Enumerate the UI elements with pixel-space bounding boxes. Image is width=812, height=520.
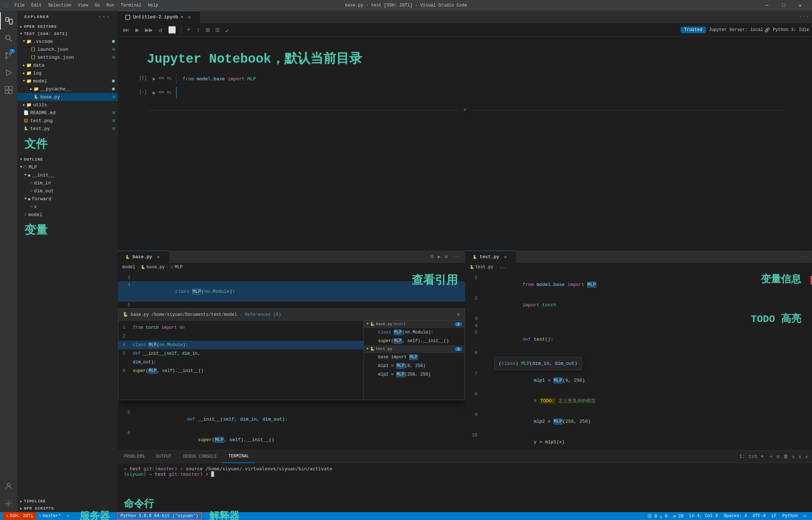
status-language[interactable]: Python bbox=[780, 512, 801, 520]
close-button[interactable]: ✕ bbox=[792, 0, 808, 11]
nb-clear[interactable]: ↙ bbox=[223, 25, 231, 35]
status-ssh[interactable]: ⚡ SSH: 28Ti bbox=[3, 512, 36, 520]
left-split-icon[interactable]: ⊟ bbox=[429, 252, 435, 261]
nb-trusted-btn[interactable]: Trusted bbox=[681, 27, 706, 33]
outline-header[interactable]: ▼ OUTLINE bbox=[17, 156, 118, 163]
cell-1-run[interactable]: ▶ bbox=[153, 76, 155, 82]
tree-item-data[interactable]: ▶ 📁 data bbox=[17, 61, 118, 69]
right-lc-8[interactable]: # TODO: 定义更复杂的模型 bbox=[483, 391, 812, 411]
maximize-button[interactable]: □ bbox=[775, 0, 792, 11]
terminal-up-btn[interactable]: ∧ bbox=[791, 453, 796, 461]
notebook-tab-more[interactable]: ··· bbox=[796, 14, 812, 20]
left-layout-icon[interactable]: ⊞ bbox=[443, 252, 449, 261]
explorer-activity-icon[interactable] bbox=[0, 12, 17, 30]
nb-split-cell[interactable]: ⊞ bbox=[204, 25, 212, 35]
status-spaces[interactable]: Spaces: 4 bbox=[721, 512, 750, 520]
terminal-down-btn[interactable]: ∨ bbox=[797, 453, 802, 461]
debug-activity-icon[interactable] bbox=[0, 64, 17, 81]
tree-item-basepy[interactable]: 🐍 base.py U bbox=[17, 93, 118, 101]
status-branch[interactable]: ⑂ master* bbox=[36, 512, 64, 520]
cell-2-menu[interactable]: ≡≡ bbox=[158, 90, 164, 95]
bc-mlp[interactable]: MLP bbox=[175, 265, 183, 270]
nb-run-all-above[interactable]: ⏭ bbox=[121, 25, 132, 35]
notebook-tab-close[interactable]: ✕ bbox=[186, 14, 193, 21]
nb-move-cell[interactable]: ↕ bbox=[194, 25, 202, 35]
tree-item-model[interactable]: ▼ 📁 model bbox=[17, 77, 118, 85]
nb-run-cell[interactable]: ▶ bbox=[133, 25, 141, 35]
remote-activity-icon[interactable] bbox=[0, 478, 17, 495]
left-tab-close[interactable]: ✕ bbox=[155, 254, 162, 260]
cell-2-run[interactable]: ▶ bbox=[153, 90, 155, 96]
nb-add-cell[interactable]: + bbox=[184, 25, 193, 35]
menu-go[interactable]: Go bbox=[92, 2, 103, 9]
panel-tab-terminal[interactable]: TERMINAL bbox=[222, 450, 255, 463]
line-content-5c[interactable]: def __init__(self, dim_in, dim_out): bbox=[136, 409, 465, 430]
menu-view[interactable]: View bbox=[75, 2, 91, 9]
tree-item-launch[interactable]: {} launch.json U bbox=[17, 45, 118, 53]
status-sync[interactable]: ⚡ bbox=[64, 512, 72, 520]
right-bc-more[interactable]: ... bbox=[499, 265, 507, 270]
left-basepy-tab[interactable]: 🐍 base.py ✕ bbox=[118, 251, 169, 263]
bc-basepy[interactable]: base.py bbox=[146, 265, 164, 270]
test-ssh-header[interactable]: ▼ TEST [SSH: 28TI] bbox=[17, 30, 118, 37]
terminal-trash-btn[interactable]: 🗑 bbox=[782, 453, 789, 461]
menu-file[interactable]: File bbox=[12, 2, 28, 9]
right-lc-10[interactable]: y = mlp1(x) bbox=[483, 432, 812, 450]
ref-close-btn[interactable]: ✕ bbox=[457, 311, 460, 318]
ref-basepy-line-2[interactable]: super(MLP, self).__init__() bbox=[364, 337, 465, 345]
nb-merge-cell[interactable]: ⊡ bbox=[213, 25, 222, 35]
status-feedback[interactable]: ☺ bbox=[801, 512, 809, 520]
status-encoding[interactable]: UTF-8 bbox=[750, 512, 768, 520]
tree-item-log[interactable]: ▶ 📁 log bbox=[17, 69, 118, 77]
panel-tab-output[interactable]: OUTPUT bbox=[150, 450, 177, 463]
outline-forward[interactable]: ▼ ◉ forward bbox=[17, 195, 118, 203]
bc-model[interactable]: model bbox=[122, 265, 135, 270]
tree-item-settings[interactable]: {} settings.json U bbox=[17, 53, 118, 61]
outline-mlp[interactable]: ▼ ⬡ MLP bbox=[17, 163, 118, 171]
open-editors-header[interactable]: ▶ OPEN EDITORS bbox=[17, 23, 118, 30]
right-tab-close[interactable]: ✕ bbox=[502, 254, 509, 260]
nb-restart[interactable]: ↺ bbox=[157, 25, 165, 35]
nb-run-all-below[interactable]: ▶▶ bbox=[143, 25, 155, 35]
cell-1-content[interactable]: from model.base import MLP bbox=[176, 73, 798, 84]
panel-tab-debug[interactable]: DEBUG CONSOLE bbox=[177, 450, 223, 463]
status-interpreter[interactable]: Python 3.6.8 64-bit ('siyuan') bbox=[117, 512, 202, 520]
terminal-add-btn[interactable]: + bbox=[769, 453, 774, 461]
cell-2-content[interactable] bbox=[176, 87, 798, 98]
menu-edit[interactable]: Edit bbox=[28, 2, 45, 9]
tree-item-pycache[interactable]: ▶ 📁 __pycache__ bbox=[17, 85, 118, 93]
ref-testpy-line-2[interactable]: mlp1 = MLP(8, 256) bbox=[364, 362, 465, 370]
outline-dim-out[interactable]: ○ dim_out bbox=[17, 187, 118, 195]
outline-dim-in[interactable]: ○ dim_in bbox=[17, 179, 118, 187]
nb-interrupt[interactable]: ⬜ bbox=[166, 25, 178, 35]
right-more-icon[interactable]: ··· bbox=[798, 253, 809, 261]
right-lc-5[interactable]: def test(): bbox=[483, 329, 812, 350]
status-position[interactable]: Ln 4, Col 9 bbox=[686, 512, 721, 520]
status-sync-count[interactable]: ⇄ 28 bbox=[670, 512, 686, 520]
terminal-content[interactable]: → test git:(master) ✗ source /home/siyua… bbox=[118, 463, 812, 496]
outline-x[interactable]: ○ x bbox=[17, 203, 118, 211]
menu-selection[interactable]: Selection bbox=[45, 2, 75, 9]
outline-model[interactable]: ○ model bbox=[17, 211, 118, 219]
minimize-button[interactable]: ─ bbox=[759, 0, 775, 11]
tree-item-utils[interactable]: ▶ 📁 utils bbox=[17, 101, 118, 109]
source-control-activity-icon[interactable]: 7 bbox=[0, 47, 17, 64]
tree-item-testpy[interactable]: 🐍 test.py U bbox=[17, 125, 118, 133]
ref-testpy-line-3[interactable]: mlp2 = MLP(256, 256) bbox=[364, 370, 465, 379]
panel-tab-problems[interactable]: PROBLEMS bbox=[118, 450, 150, 463]
outline-init[interactable]: ▼ ◉ __init__ bbox=[17, 171, 118, 179]
left-run-icon[interactable]: ▶ bbox=[436, 252, 442, 261]
left-more-icon[interactable]: ··· bbox=[451, 252, 462, 261]
shell-dropdown-icon[interactable]: ▼ bbox=[760, 453, 764, 460]
tree-item-readme[interactable]: 📄 README.md U bbox=[17, 109, 118, 117]
notebook-tab[interactable]: Untitled-2.ipynb ● ✕ bbox=[118, 11, 200, 23]
search-activity-icon[interactable] bbox=[0, 30, 17, 47]
ref-testpy-line-1[interactable]: base import MLP bbox=[364, 353, 465, 362]
right-bc-testpy[interactable]: test.py bbox=[475, 265, 493, 270]
cell-1-menu[interactable]: ≡≡ bbox=[158, 76, 164, 81]
right-testpy-tab[interactable]: 🐍 test.py ✕ bbox=[465, 251, 516, 263]
line-content-6b[interactable]: super(MLP, self).__init__() bbox=[136, 430, 465, 450]
menu-run[interactable]: Run bbox=[104, 2, 117, 9]
timeline-header[interactable]: ▶ TIMELINE bbox=[17, 498, 118, 505]
status-errors[interactable]: ⓪ 0 △ 0 bbox=[645, 512, 670, 520]
